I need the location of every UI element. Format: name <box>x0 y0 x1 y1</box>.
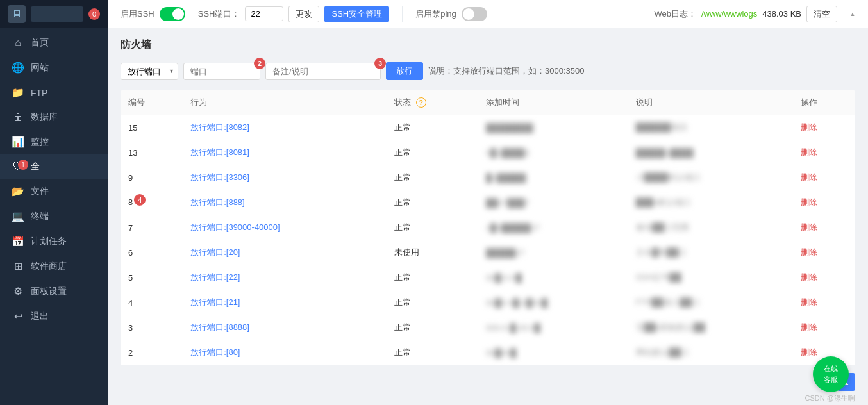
port-input[interactable] <box>183 63 260 80</box>
delete-link[interactable]: 删除 <box>801 272 817 282</box>
filter-type-select[interactable]: 放行端口 封禁IP 放行IP <box>121 63 178 80</box>
delete-link[interactable]: 删除 <box>801 297 817 307</box>
sidebar-item-appstore[interactable]: ⊞ 软件商店 <box>0 254 108 279</box>
port-link[interactable]: 放行端口:[80] <box>190 347 240 357</box>
cell-time: 0█1████3 <box>478 140 628 165</box>
delete-link[interactable]: 删除 <box>801 122 817 132</box>
delete-link[interactable]: 删除 <box>801 222 817 232</box>
cell-time: ██07███7 <box>478 190 628 215</box>
ftp-icon: 📁 <box>12 87 24 99</box>
cell-note: ███n默认端口 <box>628 190 793 215</box>
note-blurred: 宝██x面板默认██ <box>636 322 705 332</box>
cell-time: 2█0█████27 <box>478 215 628 240</box>
port-link[interactable]: 放行端口:[8081] <box>190 147 249 157</box>
main-content: 启用SSH SSH端口： 更改 SSH安全管理 启用禁ping Web日志： /… <box>108 0 868 405</box>
database-label: 数据库 <box>31 112 58 123</box>
port-link[interactable]: 放行端口:[8888] <box>190 322 249 332</box>
sidebar-item-scheduled[interactable]: 📅 计划任务 <box>0 229 108 254</box>
sidebar-item-settings[interactable]: ⚙ 面板设置 <box>0 279 108 304</box>
settings-icon: ⚙ <box>12 285 24 297</box>
time-blurred: █████27 <box>486 248 525 258</box>
table-row: 5 放行端口:[22] 正常 00█-0-0█ SSH证书██ 删除 <box>121 265 855 290</box>
ssh-toggle[interactable] <box>160 7 185 21</box>
sidebar-item-website[interactable]: 🌐 网站 <box>0 55 108 80</box>
time-blurred: 00█0-0█-0█00█ <box>486 298 547 308</box>
cell-id: 15 <box>121 115 183 140</box>
port-link[interactable]: 放行端口:[22] <box>190 272 240 282</box>
chat-line2: 客服 <box>824 375 838 384</box>
ssh-manage-button[interactable]: SSH安全管理 <box>324 6 389 22</box>
cell-id: 7 <box>121 215 183 240</box>
time-blurred: ██07███7 <box>486 198 530 208</box>
delete-link[interactable]: 删除 <box>801 347 817 357</box>
sidebar-item-home[interactable]: ⌂ 首页 <box>0 31 108 55</box>
cell-note: SSH证书██ <box>628 265 793 290</box>
pagination: 1 <box>121 373 855 391</box>
delete-link[interactable]: 删除 <box>801 247 817 257</box>
cell-action: 放行端口:[22] <box>183 265 387 290</box>
port-link[interactable]: 放行端口:[39000-40000] <box>190 222 280 232</box>
note-blurred: SSH证书██ <box>636 272 681 282</box>
cell-action: 放行端口:[3306] <box>183 165 387 190</box>
table-row: 2 放行端口:[80] 正常 00█00█ 网站默认██口 删除 <box>121 340 855 365</box>
time-blurred: 2█0█████27 <box>486 223 540 233</box>
ssh-change-button[interactable]: 更改 <box>288 6 319 22</box>
cell-action: 放行端口:[8888] <box>183 315 387 340</box>
sidebar-item-security[interactable]: 🛡 全 1 <box>0 154 108 179</box>
cell-op: 删除 <box>793 215 855 240</box>
add-rule-button[interactable]: 放行 <box>386 62 423 80</box>
scheduled-icon: 📅 <box>12 235 24 247</box>
cell-time: █1█████ <box>478 165 628 190</box>
cell-status: 正常 <box>387 215 478 240</box>
watermark: CSDN @涤生啊 <box>121 393 855 403</box>
cell-status: 正常 <box>387 315 478 340</box>
col-id: 编号 <box>121 90 183 115</box>
port-link[interactable]: 放行端口:[888] <box>190 197 245 207</box>
time-blurred: 0█1████3 <box>486 148 530 158</box>
table-row: 7 放行端口:[39000-40000] 正常 2█0█████27 被动██口… <box>121 215 855 240</box>
sidebar-notification-badge: 0 <box>88 8 100 20</box>
status-help-icon[interactable]: ? <box>416 97 426 108</box>
port-link[interactable]: 放行端口:[20] <box>190 247 240 257</box>
sidebar-item-database[interactable]: 🗄 数据库 <box>0 105 108 129</box>
delete-link[interactable]: 删除 <box>801 197 817 207</box>
chat-line1: 在线 <box>824 364 838 374</box>
sidebar-item-ftp[interactable]: 📁 FTP <box>0 80 108 105</box>
note-blurred: 被动██口范围 <box>636 222 689 232</box>
ssh-port-input[interactable] <box>245 6 283 21</box>
cell-note: █████1████ <box>628 140 793 165</box>
delete-link[interactable]: 删除 <box>801 322 817 332</box>
sidebar-item-monitor[interactable]: 📊 监控 <box>0 129 108 154</box>
terminal-label: 终端 <box>31 211 49 222</box>
weblog-clear-button[interactable]: 清空 <box>806 6 837 22</box>
sidebar-item-logout[interactable]: ↩ 退出 <box>0 304 108 329</box>
cell-id: 2 <box>121 340 183 365</box>
delete-link[interactable]: 删除 <box>801 147 817 157</box>
cell-action: 放行端口:[8082] <box>183 115 387 140</box>
ping-toggle[interactable] <box>462 7 487 21</box>
cell-op: 删除 <box>793 315 855 340</box>
chat-button[interactable]: 在线 客服 <box>813 356 849 392</box>
scroll-up-arrow[interactable]: ▲ <box>850 11 856 17</box>
note-input[interactable] <box>265 63 381 80</box>
cell-op: 删除 <box>793 115 855 140</box>
scheduled-label: 计划任务 <box>31 236 67 247</box>
port-link[interactable]: 放行端口:[8082] <box>190 122 249 132</box>
cell-time: █████27 <box>478 240 628 265</box>
weblog-path[interactable]: /www/wwwlogs <box>701 9 757 19</box>
sidebar-item-files[interactable]: 📂 文件 <box>0 179 108 204</box>
top-bar: 启用SSH SSH端口： 更改 SSH安全管理 启用禁ping Web日志： /… <box>108 0 868 28</box>
content-area: 防火墙 放行端口 封禁IP 放行IP 2 3 放行 说明：支持放行端口范围，如：… <box>108 28 868 405</box>
sidebar-item-terminal[interactable]: 💻 终端 <box>0 204 108 229</box>
cell-id: 9 <box>121 165 183 190</box>
ping-toggle-section: 启用禁ping <box>415 7 487 21</box>
port-link[interactable]: 放行端口:[21] <box>190 297 240 307</box>
security-label: 全 <box>31 161 40 172</box>
database-icon: 🗄 <box>12 112 24 123</box>
delete-link[interactable]: 删除 <box>801 172 817 182</box>
cell-id: 3 <box>121 315 183 340</box>
home-icon: ⌂ <box>12 37 24 49</box>
cell-status: 正常 <box>387 115 478 140</box>
port-link[interactable]: 放行端口:[3306] <box>190 172 249 182</box>
sidebar: 🖥 0 ⌂ 首页 🌐 网站 📁 FTP 🗄 数据库 📊 监控 🛡 全 1 📂 文… <box>0 0 108 405</box>
